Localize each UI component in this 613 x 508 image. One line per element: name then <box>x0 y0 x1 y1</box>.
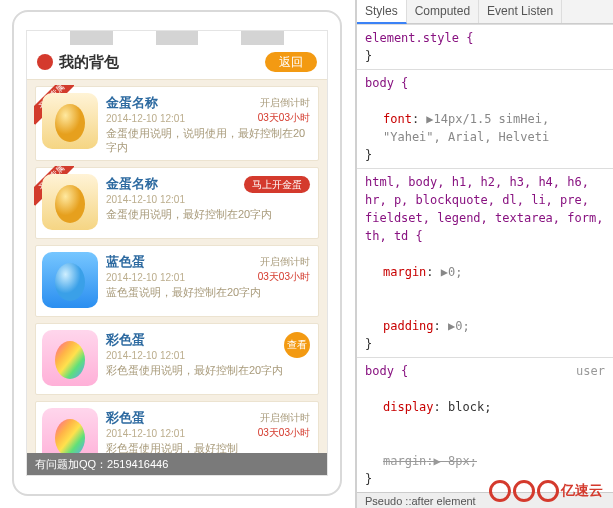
footer-bar: 有问题加QQ：2519416446 <box>27 453 327 476</box>
list-item[interactable]: 圣诞专属金蛋名称2014-12-10 12:01金蛋使用说明，最好控制在20字内… <box>35 167 319 239</box>
phone-frame: 我的背包 返回 圣诞专属金蛋名称2014-12-10 12:01金蛋使用说明，说… <box>12 10 342 496</box>
devtools-tabs: Styles Computed Event Listen <box>357 0 613 24</box>
item-date: 2014-12-10 12:01 <box>106 348 312 363</box>
egg-icon <box>42 174 98 230</box>
devtools-panel: Styles Computed Event Listen element.sty… <box>355 0 613 508</box>
item-date: 2014-12-10 12:01 <box>106 192 312 207</box>
svg-point-3 <box>55 341 85 379</box>
egg-icon <box>42 330 98 386</box>
open-button[interactable]: 马上开金蛋 <box>244 176 310 193</box>
list-item[interactable]: 圣诞专属金蛋名称2014-12-10 12:01金蛋使用说明，说明使用，最好控制… <box>35 86 319 161</box>
item-desc: 蓝色蛋说明，最好控制在20字内 <box>106 285 312 299</box>
item-right: 开启倒计时03天03小时 <box>258 95 310 125</box>
item-desc: 金蛋使用说明，说明使用，最好控制在20字内 <box>106 126 312 155</box>
tab-styles[interactable]: Styles <box>357 0 407 24</box>
item-right: 查看 <box>284 332 310 358</box>
tab-events[interactable]: Event Listen <box>479 0 562 23</box>
item-right: 开启倒计时03天03小时 <box>258 410 310 440</box>
svg-point-4 <box>55 419 85 457</box>
header-icon <box>37 54 53 70</box>
svg-point-0 <box>55 104 85 142</box>
list-item[interactable]: 彩色蛋2014-12-10 12:01彩色蛋使用说明，最好控制在20字内查看 <box>35 323 319 395</box>
item-list: 圣诞专属金蛋名称2014-12-10 12:01金蛋使用说明，说明使用，最好控制… <box>27 80 327 475</box>
back-button[interactable]: 返回 <box>265 52 317 72</box>
app-body: 我的背包 返回 圣诞专属金蛋名称2014-12-10 12:01金蛋使用说明，说… <box>27 45 327 475</box>
egg-icon <box>42 93 98 149</box>
item-right: 马上开金蛋 <box>244 176 310 193</box>
list-item[interactable]: 蓝色蛋2014-12-10 12:01蓝色蛋说明，最好控制在20字内开启倒计时0… <box>35 245 319 317</box>
item-desc: 彩色蛋使用说明，最好控制在20字内 <box>106 363 312 377</box>
view-button[interactable]: 查看 <box>284 332 310 358</box>
css-rule[interactable]: body {user display: block; margin:▶ 8px;… <box>357 357 613 492</box>
css-rule[interactable]: body { font: ▶14px/1.5 simHei, "Yahei", … <box>357 69 613 168</box>
css-rule[interactable]: element.style {} <box>357 24 613 69</box>
item-right: 开启倒计时03天03小时 <box>258 254 310 284</box>
status-bar <box>27 31 327 45</box>
svg-point-2 <box>55 263 85 301</box>
css-rule[interactable]: html, body, h1, h2, h3, h4, h6, hr, p, b… <box>357 168 613 357</box>
app-header: 我的背包 返回 <box>27 45 327 80</box>
watermark-logo: 亿速云 <box>489 480 603 502</box>
svg-point-1 <box>55 185 85 223</box>
egg-icon <box>42 252 98 308</box>
tab-computed[interactable]: Computed <box>407 0 479 23</box>
page-title: 我的背包 <box>59 51 265 74</box>
item-desc: 金蛋使用说明，最好控制在20字内 <box>106 207 312 221</box>
phone-screen: 我的背包 返回 圣诞专属金蛋名称2014-12-10 12:01金蛋使用说明，说… <box>26 30 328 476</box>
